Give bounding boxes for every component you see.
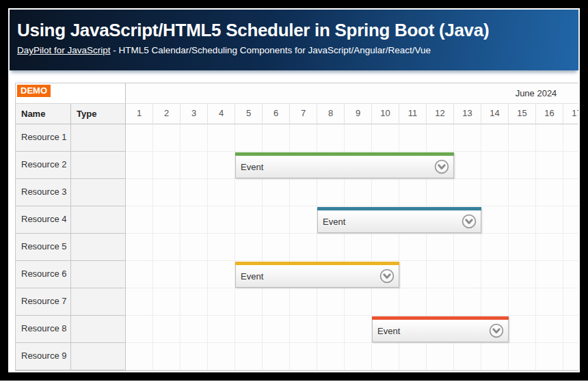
resource-type-cell: [71, 288, 126, 316]
resource-type-cell: [71, 261, 126, 288]
event-label: Event: [241, 162, 263, 172]
resource-type-cell: [71, 206, 126, 234]
resource-row-header: Resource 1: [16, 124, 126, 152]
day-header-cell: 9: [345, 104, 372, 124]
day-header-cell: 6: [263, 104, 290, 124]
day-header-cell: 10: [372, 104, 399, 124]
day-header-cell: 14: [481, 104, 509, 124]
resource-name-cell: Resource 2: [16, 152, 71, 179]
day-header-cell: 4: [208, 104, 235, 124]
resource-name-cell: Resource 5: [16, 234, 71, 261]
resource-row-header: Resource 6: [16, 261, 126, 288]
resource-row-header: Resource 4: [16, 206, 126, 234]
day-header-cell: 2: [153, 104, 181, 124]
page-frame: Using JavaScript/HTML5 Scheduler in Spri…: [0, 0, 588, 381]
scheduler-corner: DEMO: [16, 83, 126, 104]
event-body: Event: [235, 156, 454, 178]
day-header-cell: 17: [563, 104, 578, 124]
grid: Event Event Event: [126, 124, 578, 370]
event-label: Event: [323, 217, 345, 227]
row-header-body: Resource 1Resource 2Resource 3Resource 4…: [16, 124, 126, 370]
day-header-cell: 1: [126, 104, 153, 124]
month-header-cell: June 2024: [126, 83, 578, 104]
day-header-cell: 15: [509, 104, 536, 124]
chevron-down-icon[interactable]: [379, 269, 395, 284]
chevron-down-icon[interactable]: [462, 214, 477, 229]
chevron-down-icon[interactable]: [434, 159, 449, 174]
event-body: Event: [317, 210, 481, 233]
resource-row-header: Resource 8: [16, 316, 126, 343]
scheduler: DEMO June 2024 Name Type 123456789101112…: [15, 83, 578, 371]
page-header: Using JavaScript/HTML5 Scheduler in Spri…: [10, 10, 578, 70]
resource-type-cell: [71, 316, 126, 343]
grid-row[interactable]: [126, 343, 578, 370]
grid-row[interactable]: [126, 316, 578, 343]
resource-row-header: Resource 2: [16, 152, 126, 179]
event-body: Event: [235, 265, 399, 288]
event-label: Event: [377, 326, 400, 336]
day-header-row: 1234567891011121314151617: [126, 104, 578, 124]
resource-row-header: Resource 5: [16, 234, 126, 261]
grid-row[interactable]: [126, 234, 578, 261]
daypilot-link[interactable]: DayPilot for JavaScript: [17, 45, 111, 55]
resource-name-cell: Resource 6: [16, 261, 71, 288]
day-header-cell: 11: [399, 104, 427, 124]
page-title: Using JavaScript/HTML5 Scheduler in Spri…: [17, 20, 578, 41]
month-header-row: June 2024: [126, 83, 578, 104]
resource-row-header: Resource 3: [16, 179, 126, 206]
resource-type-cell: [71, 124, 126, 152]
column-header-name: Name: [16, 104, 71, 124]
event[interactable]: Event: [317, 207, 481, 233]
demo-badge[interactable]: DEMO: [17, 85, 51, 97]
event-label: Event: [241, 271, 263, 282]
resource-name-cell: Resource 1: [16, 124, 71, 152]
resource-name-cell: Resource 9: [16, 343, 71, 370]
resource-row-header: Resource 9: [16, 343, 126, 370]
day-header-cell: 16: [536, 104, 563, 124]
resource-name-cell: Resource 4: [16, 206, 71, 234]
chevron-down-icon[interactable]: [489, 323, 504, 338]
day-header-cell: 3: [181, 104, 208, 124]
resource-type-cell: [71, 179, 126, 206]
day-header-cell: 5: [235, 104, 263, 124]
day-header-cell: 13: [454, 104, 481, 124]
resource-name-cell: Resource 3: [16, 179, 71, 206]
resource-name-cell: Resource 7: [16, 288, 71, 316]
resource-name-cell: Resource 8: [16, 316, 71, 343]
subtitle-text: - HTML5 Calendar/Scheduling Components f…: [111, 45, 431, 55]
event[interactable]: Event: [235, 262, 399, 288]
resource-row-header: Resource 7: [16, 288, 126, 316]
day-header-cell: 7: [290, 104, 317, 124]
column-header-type: Type: [71, 104, 126, 124]
resource-type-cell: [71, 343, 126, 370]
event[interactable]: Event: [372, 316, 509, 342]
day-header-cell: 12: [427, 104, 454, 124]
day-header-cell: 8: [317, 104, 345, 124]
grid-row[interactable]: [126, 288, 578, 316]
grid-row[interactable]: [126, 124, 578, 152]
event[interactable]: Event: [235, 152, 454, 178]
resource-type-cell: [71, 152, 126, 179]
event-body: Event: [372, 320, 509, 342]
resource-type-cell: [71, 234, 126, 261]
page-subtitle: DayPilot for JavaScript - HTML5 Calendar…: [17, 45, 578, 55]
grid-row[interactable]: [126, 179, 578, 206]
row-header-columns: Name Type: [16, 104, 126, 124]
